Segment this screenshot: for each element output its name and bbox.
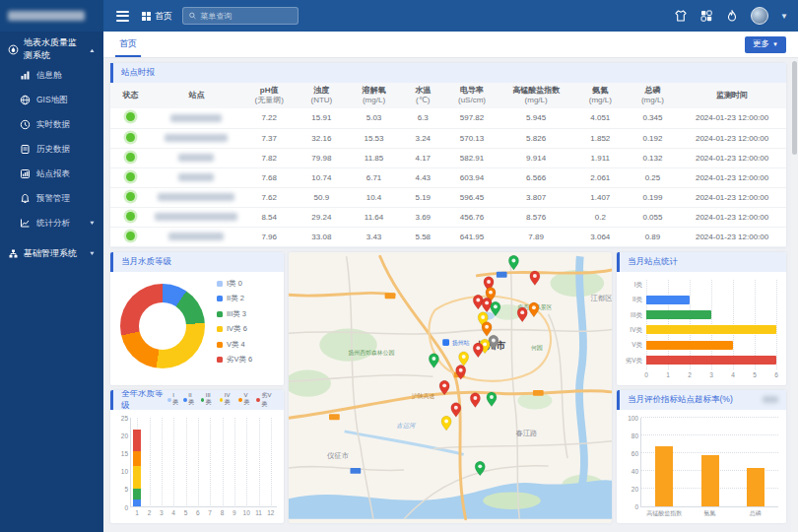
map-label: 古运河 — [396, 422, 417, 429]
legend-item[interactable]: IV类 6 — [217, 324, 252, 334]
category-label: I类 — [634, 281, 646, 290]
legend-item[interactable]: III类 3 — [217, 309, 252, 319]
menu-toggle-icon[interactable] — [113, 8, 132, 25]
chevron-down-icon: ▼ — [89, 250, 96, 256]
table-row[interactable]: 7.2215.915.036.3597.825.9454.0510.345202… — [110, 108, 786, 128]
legend-item[interactable]: IV类 — [220, 392, 235, 407]
cell-value: 9.914 — [499, 148, 572, 167]
more-button[interactable]: 更多 ▼ — [745, 36, 786, 53]
theme-shirt-icon[interactable] — [674, 9, 688, 23]
legend-item[interactable]: 劣V类 — [256, 391, 276, 409]
column-header-状态: 状态 — [110, 83, 151, 108]
table-row[interactable]: 7.9633.083.435.58641.957.893.0640.892024… — [110, 227, 786, 246]
legend-item[interactable]: V类 — [238, 392, 252, 407]
legend-item[interactable]: I类 — [167, 392, 179, 407]
menu-search[interactable] — [182, 7, 299, 25]
sidebar-item-统计分析[interactable]: 统计分析▼ — [0, 211, 103, 235]
cell-value: 10.74 — [297, 167, 347, 187]
legend-swatch — [217, 281, 223, 287]
map-label: 江都区 — [591, 294, 612, 302]
legend-item[interactable]: II类 2 — [217, 294, 252, 303]
city-map[interactable]: 扬州市江都区仪征市春江路瘦西湖风景区扬州西郊森林公园何园扬州站古运河沪陕高速 — [289, 252, 612, 523]
x-axis-tick: 1 — [135, 507, 139, 516]
station-name-redacted — [178, 173, 214, 181]
y-axis-tick: 100 — [628, 414, 641, 421]
table-row[interactable]: 8.5429.2411.643.69456.768.5760.20.055202… — [110, 207, 786, 227]
cell-value: 3.69 — [401, 207, 445, 227]
sidebar-item-历史数据[interactable]: 历史数据 — [0, 137, 103, 162]
cell-value: 0.25 — [628, 167, 678, 187]
clock-icon — [20, 119, 31, 130]
sidebar-group-地表水质量监测系统[interactable]: 地表水质量监测系统▲ — [0, 35, 103, 63]
x-axis-tick: 6 — [774, 369, 778, 378]
station-stats-chart: 0123456I类II类III类IV类V类劣V类 — [617, 272, 786, 384]
dashboard-icon — [20, 70, 31, 81]
legend-item[interactable]: III类 — [201, 392, 216, 407]
scrollbar-thumb[interactable] — [792, 61, 797, 155]
tab-home[interactable]: 首页 — [115, 32, 141, 57]
user-menu-chevron-down-icon[interactable]: ▼ — [780, 12, 788, 21]
sidebar-item-label: 站点报表 — [36, 168, 70, 180]
search-input[interactable] — [200, 12, 292, 21]
cell-value: 2024-01-23 12:00:00 — [678, 227, 786, 246]
station-stats-panel: 当月站点统计 0123456I类II类III类IV类V类劣V类 — [617, 252, 786, 385]
cell-value: 2024-01-23 12:00:00 — [678, 148, 786, 167]
legend-swatch — [217, 357, 223, 363]
x-axis-tick: 5 — [753, 369, 757, 378]
status-dot-normal — [126, 172, 135, 181]
cell-value: 7.82 — [242, 148, 297, 167]
legend-item[interactable]: 劣V类 6 — [217, 355, 252, 365]
legend-label: 劣V类 6 — [227, 355, 252, 365]
exceed-rate-chart: 020406080100高锰酸盐指数氨氮总磷 — [617, 410, 786, 522]
legend-label: V类 4 — [227, 340, 245, 350]
station-name-redacted — [165, 134, 228, 142]
bar — [646, 325, 776, 334]
category-label: 总磷 — [750, 506, 762, 518]
sidebar-item-实时数据[interactable]: 实时数据 — [0, 112, 103, 137]
user-avatar[interactable] — [751, 7, 768, 25]
breadcrumb-home[interactable]: 首页 — [142, 10, 172, 23]
cell-value: 5.03 — [347, 108, 401, 128]
sidebar-item-信息舱[interactable]: 信息舱 — [0, 63, 103, 88]
sidebar-group-基础管理系统[interactable]: 基础管理系统▼ — [0, 239, 103, 267]
map-label: 扬州站 — [452, 340, 470, 347]
table-row[interactable]: 7.3732.1615.533.24570.135.8261.8520.1922… — [110, 128, 786, 148]
legend-item[interactable]: II类 — [183, 392, 197, 407]
cell-value: 570.13 — [445, 128, 499, 148]
legend-swatch — [217, 296, 223, 301]
cell-value: 29.24 — [297, 207, 347, 227]
cell-value: 32.16 — [297, 128, 347, 148]
legend-label: II类 2 — [227, 294, 244, 303]
legend-item[interactable]: I类 0 — [217, 279, 252, 289]
month-level-panel: 当月水质等级 I类 0II类 2III类 3IV类 6V类 4劣V类 6 — [110, 252, 284, 385]
cell-value: 3.807 — [499, 187, 572, 207]
table-row[interactable]: 7.6250.910.45.19596.453.8071.4070.199202… — [110, 187, 786, 207]
map-panel[interactable]: 扬州市江都区仪征市春江路瘦西湖风景区扬州西郊森林公园何园扬州站古运河沪陕高速 — [289, 252, 612, 523]
legend-label: I类 0 — [227, 279, 242, 289]
cell-value: 10.4 — [347, 187, 401, 207]
cell-value: 3.43 — [347, 227, 401, 246]
legend-label: IV类 6 — [227, 324, 247, 334]
sidebar-item-label: 实时数据 — [36, 119, 70, 131]
globe-icon — [20, 95, 31, 105]
cell-value: 5.826 — [499, 128, 572, 148]
sidebar-item-预警管理[interactable]: 预警管理 — [0, 186, 103, 211]
station-table: 状态站点pH值(无量纲)浊度(NTU)溶解氧(mg/L)水温(℃)电导率(uS/… — [110, 83, 786, 247]
layout-icon[interactable] — [699, 9, 713, 23]
sidebar-item-站点报表[interactable]: 站点报表 — [0, 162, 103, 186]
scrollbar[interactable] — [791, 59, 798, 532]
bar-氨氮 — [701, 455, 719, 505]
category-label: V类 — [632, 341, 646, 350]
hbar-row-II类: II类 — [646, 296, 776, 304]
hbar-row-I类: I类 — [646, 281, 776, 290]
sidebar-item-label: 信息舱 — [36, 70, 62, 82]
sidebar-item-GIS地图[interactable]: GIS地图 — [0, 88, 103, 112]
legend-item[interactable]: V类 4 — [217, 340, 252, 350]
map-label: 春江路 — [515, 428, 537, 436]
flame-icon[interactable] — [725, 9, 739, 23]
table-row[interactable]: 7.8279.9811.854.17582.919.9141.9110.1322… — [110, 148, 786, 167]
table-row[interactable]: 7.6810.746.714.43603.946.5662.0610.25202… — [110, 167, 786, 187]
x-axis-tick: 10 — [243, 507, 250, 516]
cell-value: 5.19 — [401, 187, 445, 207]
year-level-panel-header: 全年水质等级 I类II类III类IV类V类劣V类 — [110, 390, 284, 410]
